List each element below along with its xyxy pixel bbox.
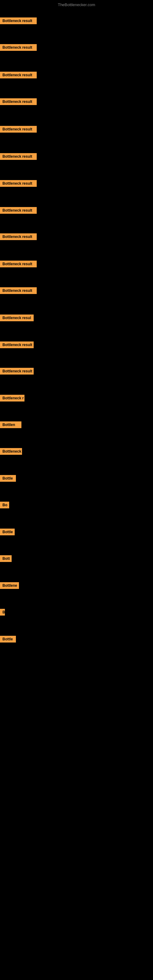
bottleneck-result-badge[interactable]: Bottleneck r: [0, 395, 24, 401]
bottleneck-result-badge[interactable]: Bottlen: [0, 422, 21, 428]
site-title: TheBottlenecker.com: [0, 2, 153, 7]
bottleneck-result-badge[interactable]: Bottleneck resul: [0, 315, 33, 321]
bottleneck-result-badge[interactable]: Bottleneck result: [0, 153, 37, 160]
bottleneck-result-badge[interactable]: Bottleneck result: [0, 98, 37, 105]
bottleneck-result-badge[interactable]: Bottleneck result: [0, 233, 37, 240]
bottleneck-result-badge[interactable]: Bottleneck result: [0, 207, 37, 214]
bottleneck-result-badge[interactable]: Bottleneck result: [0, 44, 37, 51]
bottleneck-result-badge[interactable]: Bottleneck result: [0, 261, 37, 267]
bottleneck-result-badge[interactable]: Bottlene: [0, 582, 19, 589]
bottleneck-result-badge[interactable]: Bottleneck result: [0, 180, 37, 187]
bottleneck-result-badge[interactable]: Bottleneck result: [0, 126, 37, 133]
bottleneck-result-badge[interactable]: Bottle: [0, 528, 15, 535]
bottleneck-result-badge[interactable]: Bottleneck: [0, 448, 22, 455]
bottleneck-result-badge[interactable]: Bott: [0, 555, 12, 562]
bottleneck-result-badge[interactable]: Bottle: [0, 636, 16, 643]
bottleneck-result-badge[interactable]: Bottleneck result: [0, 287, 37, 294]
bottleneck-result-badge[interactable]: Bottleneck result: [0, 342, 33, 348]
bottleneck-result-badge[interactable]: Bottleneck result: [0, 72, 37, 78]
bottleneck-result-badge[interactable]: Bottle: [0, 475, 16, 482]
bottleneck-result-badge[interactable]: Bottleneck result: [0, 18, 37, 24]
bottleneck-result-badge[interactable]: B: [0, 609, 5, 616]
bottleneck-result-badge[interactable]: Bo: [0, 502, 9, 508]
bottleneck-result-badge[interactable]: Bottleneck result: [0, 368, 33, 375]
